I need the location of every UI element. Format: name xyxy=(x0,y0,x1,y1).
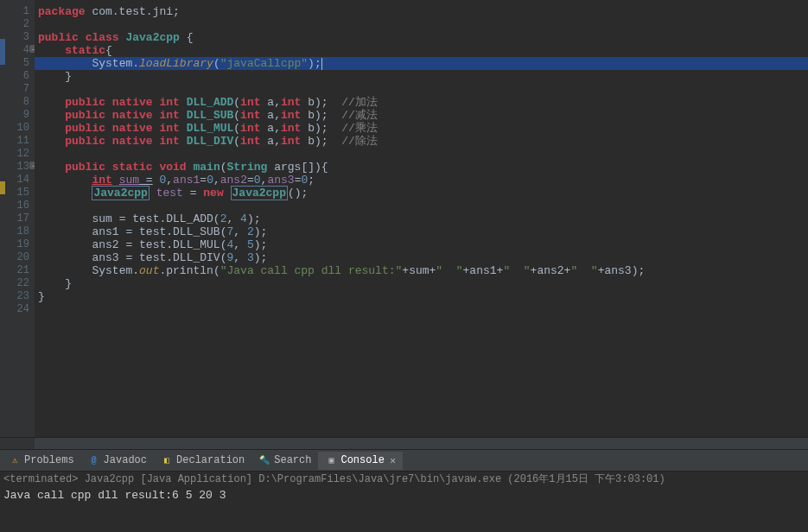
code-line[interactable]: System.out.println("Java call cpp dll re… xyxy=(35,264,808,277)
code-area[interactable]: package com.test.jni; public class Java2… xyxy=(35,0,808,437)
console-output[interactable]: Java call cpp dll result:6 5 20 3 xyxy=(0,487,808,532)
code-line[interactable]: static{ xyxy=(35,44,808,57)
line-number: 23 xyxy=(0,290,35,303)
line-number: 3 xyxy=(0,31,35,44)
console-icon: ▣ xyxy=(325,454,337,466)
code-line[interactable]: ans2 = test.DLL_MUL(4, 5); xyxy=(35,238,808,251)
line-number: 1 xyxy=(0,5,35,18)
code-line[interactable]: } xyxy=(35,70,808,83)
line-number: 12 xyxy=(0,148,35,161)
code-line[interactable]: public native int DLL_SUB(int a,int b); … xyxy=(35,109,808,122)
code-line[interactable]: public native int DLL_DIV(int a,int b); … xyxy=(35,135,808,148)
code-line[interactable] xyxy=(35,148,808,161)
code-line[interactable]: } xyxy=(35,290,808,303)
code-line[interactable]: System.loadLibrary("javaCallcpp"); xyxy=(35,57,808,70)
code-line[interactable] xyxy=(35,18,808,31)
line-number: 20 xyxy=(0,251,35,264)
code-line[interactable]: int sum = 0,ans1=0,ans2=0,ans3=0; xyxy=(35,174,808,187)
code-line[interactable]: } xyxy=(35,277,808,290)
code-line[interactable]: public native int DLL_ADD(int a,int b); … xyxy=(35,96,808,109)
line-number: 14 xyxy=(0,174,35,187)
line-number: 11 xyxy=(0,135,35,148)
code-line[interactable]: public class Java2cpp { xyxy=(35,31,808,44)
line-number: 16 xyxy=(0,200,35,212)
line-number: 24 xyxy=(0,303,35,316)
tab-declaration[interactable]: ◧Declaration xyxy=(154,452,251,469)
problems-icon: ⚠ xyxy=(9,454,21,466)
scroll-track[interactable] xyxy=(35,438,808,449)
code-line[interactable]: ans1 = test.DLL_SUB(7, 2); xyxy=(35,225,808,238)
line-number: 2 xyxy=(0,18,35,31)
code-line[interactable]: Java2cpp test = new Java2cpp(); xyxy=(35,187,808,200)
console-launch-info: <terminated> Java2cpp [Java Application]… xyxy=(0,472,808,487)
code-line[interactable]: package com.test.jni; xyxy=(35,5,808,18)
tab-javadoc[interactable]: @Javadoc xyxy=(81,452,154,469)
search-icon: 🔦 xyxy=(258,454,270,466)
line-number: 19 xyxy=(0,238,35,251)
tab-search[interactable]: 🔦Search xyxy=(251,452,318,469)
declaration-icon: ◧ xyxy=(161,454,173,466)
code-line[interactable] xyxy=(35,83,808,96)
view-tabs: ⚠Problems @Javadoc ◧Declaration 🔦Search … xyxy=(0,449,808,472)
code-line[interactable]: public native int DLL_MUL(int a,int b); … xyxy=(35,122,808,135)
line-number: 7 xyxy=(0,83,35,96)
tab-console[interactable]: ▣Console✕ xyxy=(318,452,403,470)
line-number: 22 xyxy=(0,277,35,290)
line-number: 5 xyxy=(0,57,35,70)
tab-problems[interactable]: ⚠Problems xyxy=(2,452,81,469)
console-panel: <terminated> Java2cpp [Java Application]… xyxy=(0,472,808,532)
close-icon[interactable]: ✕ xyxy=(390,454,396,467)
line-number: 6 xyxy=(0,70,35,83)
line-number: 10 xyxy=(0,122,35,135)
line-number: 9 xyxy=(0,109,35,122)
horizontal-scrollbar[interactable] xyxy=(0,437,808,449)
line-number: 13- xyxy=(0,161,35,174)
code-line[interactable] xyxy=(35,200,808,212)
code-line[interactable]: sum = test.DLL_ADD(2, 4); xyxy=(35,212,808,225)
line-gutter: 1 2 3 4- 5 6 7 8 9 10 11 12 13- 14 15 16… xyxy=(0,0,35,437)
code-editor: 1 2 3 4- 5 6 7 8 9 10 11 12 13- 14 15 16… xyxy=(0,0,808,437)
line-number: 21 xyxy=(0,264,35,277)
code-line[interactable] xyxy=(35,303,808,316)
line-number: 15 xyxy=(0,187,35,200)
javadoc-icon: @ xyxy=(88,454,100,466)
line-number: 18 xyxy=(0,225,35,238)
scroll-corner xyxy=(0,438,35,449)
line-number: 17 xyxy=(0,212,35,225)
text-cursor xyxy=(321,58,322,70)
line-number: 8 xyxy=(0,96,35,109)
line-number: 4- xyxy=(0,44,35,57)
code-line[interactable]: ans3 = test.DLL_DIV(9, 3); xyxy=(35,251,808,264)
code-line[interactable]: public static void main(String args[]){ xyxy=(35,161,808,174)
